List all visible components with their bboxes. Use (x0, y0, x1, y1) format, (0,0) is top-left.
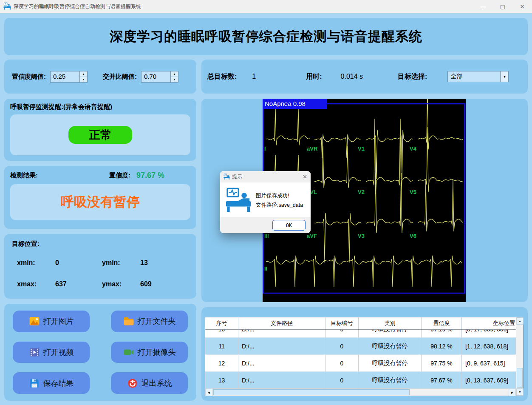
open-image-button[interactable]: 打开图片 (13, 311, 90, 332)
table-cell: 13 (205, 372, 238, 388)
ecg-lead-label: II (264, 265, 267, 272)
table-row[interactable]: 13D:/...0呼吸没有暂停97.67 %[0, 13, 637, 609] (205, 372, 516, 388)
table-cell: 97.75 % (422, 355, 462, 372)
table-cell: 0 (325, 338, 359, 355)
ecg-lead-label: V3 (358, 233, 365, 239)
table-cell: 12 (205, 355, 238, 372)
ymin-label: ymin: (102, 259, 140, 267)
exit-system-button[interactable]: 退出系统 (111, 372, 188, 394)
ecg-lead-label: III (264, 233, 269, 239)
xmax-value: 637 (55, 280, 102, 288)
save-icon (29, 378, 40, 389)
iou-threshold-spinner[interactable]: 0.70 ▲ ▼ (141, 71, 178, 83)
conf-threshold-value[interactable]: 0.25 (51, 71, 79, 82)
table-cell: D:/... (238, 355, 325, 372)
table-cell: 97.19 % (422, 330, 462, 338)
column-header-0[interactable]: 序号 (205, 317, 238, 329)
ecg-lead-label: I (264, 145, 266, 152)
apnea-alert-label: 呼吸暂停监测提醒:(异常会语音提醒) (10, 103, 112, 110)
open-video-label: 打开视频 (43, 347, 74, 357)
confidence-label: 置信度: (109, 171, 130, 180)
vertical-scrollbar[interactable]: ▲ ▼ (516, 317, 523, 396)
target-select-value: 全部 (448, 71, 500, 82)
target-select-dropdown[interactable]: 全部 ▼ (447, 71, 509, 82)
column-header-1[interactable]: 文件路径 (238, 317, 325, 329)
ok-button[interactable]: OK (272, 220, 306, 231)
iou-threshold-value[interactable]: 0.70 (141, 71, 170, 82)
exit-system-label: 退出系统 (141, 378, 172, 388)
close-button[interactable]: ✕ (512, 0, 532, 13)
conf-spin-down-icon[interactable]: ▼ (80, 77, 87, 82)
total-targets-label: 总目标数: (207, 72, 237, 81)
table-cell: 11 (205, 338, 238, 355)
save-result-label: 保存结果 (43, 378, 74, 388)
table-cell: [0, 13, 637, 609] (462, 372, 516, 388)
dropdown-arrow-icon[interactable]: ▼ (500, 71, 508, 82)
results-table: 序号文件路径目标编号类别置信度坐标位置 10D:/...0呼吸没有暂停97.19… (205, 317, 524, 396)
xmax-label: xmax: (17, 280, 55, 288)
ecg-lead-label: V1 (358, 145, 365, 152)
table-cell: 0 (325, 355, 359, 372)
table-cell: D:/... (238, 338, 325, 355)
save-result-button[interactable]: 保存结果 (13, 372, 90, 394)
open-camera-label: 打开摄像头 (138, 347, 176, 357)
iou-threshold-label: 交并比阈值: (103, 73, 137, 81)
iou-spin-down-icon[interactable]: ▼ (171, 77, 178, 82)
target-select-label: 目标选择: (398, 72, 427, 81)
stats-panel: 总目标数: 1 用时: 0.014 s 目标选择: 全部 ▼ (201, 60, 528, 94)
dialog-close-icon[interactable]: ✕ (303, 174, 307, 180)
column-header-5[interactable]: 坐标位置 (462, 317, 516, 329)
scroll-left-icon[interactable]: ◀ (205, 389, 212, 396)
open-video-button[interactable]: 打开视频 (13, 342, 90, 363)
ecg-lead-label: V6 (410, 233, 416, 239)
camera-icon (123, 347, 134, 358)
titlebar: 深度学习的睡眠呼吸暂停综合症自动检测与语音提醒系统 — ▢ ✕ (0, 0, 532, 13)
result-box: 呼吸没有暂停 (10, 184, 190, 220)
table-cell: D:/... (238, 330, 325, 338)
conf-threshold-spinner[interactable]: 0.25 ▲ ▼ (50, 71, 88, 83)
minimize-button[interactable]: — (473, 0, 493, 13)
message-dialog: 提示 ✕ 图片保存成功! 文件路径:save_data OK (220, 171, 311, 233)
column-header-2[interactable]: 目标编号 (325, 317, 359, 329)
ecg-lead-label: V5 (410, 189, 416, 195)
table-cell: 10 (205, 330, 238, 338)
maximize-button[interactable]: ▢ (493, 0, 512, 13)
picture-icon (29, 316, 40, 327)
ymax-value: 609 (140, 280, 187, 288)
scroll-up-icon[interactable]: ▲ (516, 317, 524, 325)
status-badge: 正常 (68, 126, 132, 144)
ecg-lead-label: aVR (307, 145, 318, 152)
open-camera-button[interactable]: 打开摄像头 (111, 342, 188, 363)
horizontal-scroll-thumb[interactable] (213, 389, 410, 395)
conf-spin-up-icon[interactable]: ▲ (80, 71, 87, 77)
film-icon (29, 347, 40, 358)
column-header-4[interactable]: 置信度 (422, 317, 462, 329)
scroll-right-icon[interactable]: ▶ (509, 389, 516, 396)
open-folder-button[interactable]: 打开文件夹 (111, 311, 188, 332)
total-targets-value: 1 (252, 73, 256, 80)
actions-panel: 打开图片 打开文件夹 打开视频 打开摄像 (4, 304, 196, 401)
table-cell: 呼吸没有暂停 (359, 338, 422, 355)
window-title: 深度学习的睡眠呼吸暂停综合症自动检测与语音提醒系统 (14, 3, 141, 10)
table-row[interactable]: 10D:/...0呼吸没有暂停97.19 %[0, 17, 639, 606] (205, 330, 516, 338)
table-cell: 呼吸没有暂停 (359, 355, 422, 372)
scroll-down-icon[interactable]: ▼ (516, 388, 524, 396)
table-cell: 98.12 % (422, 338, 462, 355)
table-cell: 0 (325, 330, 359, 338)
iou-spin-up-icon[interactable]: ▲ (171, 71, 178, 77)
apnea-alert-panel: 呼吸暂停监测提醒:(异常会语音提醒) 正常 (4, 99, 196, 161)
table-cell: 呼吸没有暂停 (359, 372, 422, 388)
xmin-label: xmin: (17, 259, 55, 267)
table-row[interactable]: 11D:/...0呼吸没有暂停98.12 %[1, 12, 638, 618] (205, 338, 516, 355)
table-row[interactable]: 12D:/...0呼吸没有暂停97.75 %[0, 9, 637, 615] (205, 355, 516, 372)
position-panel: 目标位置: xmin: 0 ymin: 13 xmax: 637 ymax: 6… (4, 234, 196, 299)
open-folder-label: 打开文件夹 (138, 316, 176, 326)
vertical-scroll-thumb[interactable] (517, 368, 523, 388)
ecg-lead-label: V4 (410, 145, 417, 152)
position-label: 目标位置: (12, 240, 40, 247)
table-cell: 0 (325, 372, 359, 388)
banner: 深度学习的睡眠呼吸暂停综合症检测与语音提醒系统 (4, 18, 528, 55)
column-header-3[interactable]: 类别 (359, 317, 422, 329)
folder-icon (123, 316, 134, 327)
horizontal-scrollbar[interactable]: ◀ ▶ (205, 388, 516, 396)
